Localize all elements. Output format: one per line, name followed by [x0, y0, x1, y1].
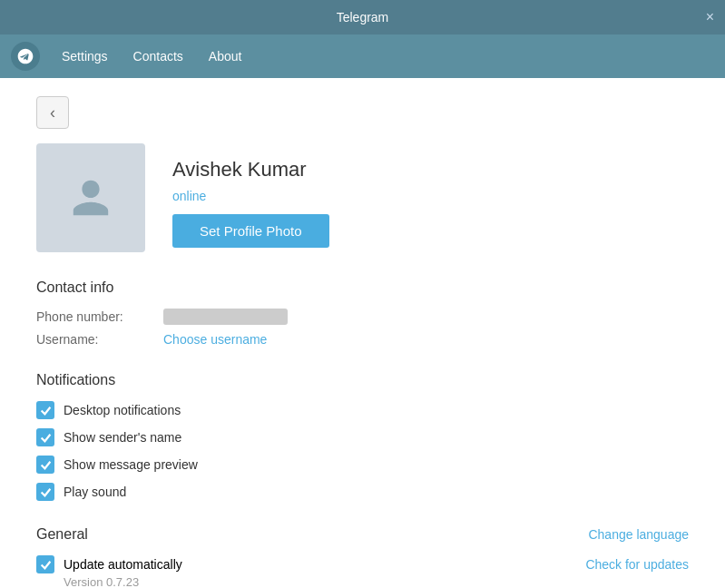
set-profile-photo-button[interactable]: Set Profile Photo	[172, 214, 329, 248]
check-for-updates-link[interactable]: Check for updates	[585, 557, 689, 572]
general-header: General Change language	[36, 526, 689, 543]
check-icon	[40, 405, 52, 416]
desktop-notifications-checkbox[interactable]	[36, 401, 54, 419]
phone-row: Phone number: +91 982 ...	[36, 309, 689, 325]
general-section: General Change language Update automatic…	[36, 526, 689, 588]
main-content: ‹ Avishek Kumar online Set Profile Photo…	[0, 78, 725, 588]
menu-item-contacts[interactable]: Contacts	[122, 44, 194, 69]
menu-item-settings[interactable]: Settings	[51, 44, 119, 69]
username-row: Username: Choose username	[36, 332, 689, 347]
app-logo	[11, 42, 40, 71]
notifications-title: Notifications	[36, 372, 689, 388]
profile-status: online	[172, 189, 329, 203]
show-message-preview-label: Show message preview	[64, 457, 198, 472]
show-sender-name-checkbox[interactable]	[36, 428, 54, 446]
show-sender-name-row: Show sender's name	[36, 428, 689, 446]
play-sound-row: Play sound	[36, 483, 689, 501]
app-title: Telegram	[337, 10, 389, 24]
update-row-left: Update automatically	[36, 555, 182, 573]
version-text: Version 0.7.23	[64, 575, 689, 588]
choose-username-link[interactable]: Choose username	[163, 332, 267, 347]
contact-info-title: Contact info	[36, 279, 689, 296]
phone-label: Phone number:	[36, 309, 163, 324]
menu-item-about[interactable]: About	[198, 44, 253, 69]
notifications-section: Notifications Desktop notifications Show…	[36, 372, 689, 501]
profile-info: Avishek Kumar online Set Profile Photo	[172, 143, 329, 248]
update-automatically-checkbox[interactable]	[36, 555, 54, 573]
check-icon	[40, 459, 52, 471]
desktop-notifications-row: Desktop notifications	[36, 401, 689, 419]
play-sound-checkbox[interactable]	[36, 483, 54, 501]
show-sender-name-label: Show sender's name	[64, 430, 181, 445]
phone-value: +91 982 ...	[163, 309, 288, 325]
avatar	[36, 143, 145, 252]
play-sound-label: Play sound	[64, 485, 126, 499]
show-message-preview-checkbox[interactable]	[36, 456, 54, 474]
update-row: Update automatically Check for updates	[36, 555, 689, 573]
title-bar: Telegram ×	[0, 0, 725, 34]
profile-section: Avishek Kumar online Set Profile Photo	[36, 143, 689, 252]
check-icon	[40, 432, 52, 444]
general-title: General	[36, 526, 88, 543]
check-icon	[40, 559, 52, 571]
profile-name: Avishek Kumar	[172, 158, 329, 181]
desktop-notifications-label: Desktop notifications	[64, 403, 181, 417]
username-label: Username:	[36, 332, 163, 347]
show-message-preview-row: Show message preview	[36, 456, 689, 474]
update-automatically-label: Update automatically	[64, 557, 182, 572]
contact-info-section: Contact info Phone number: +91 982 ... U…	[36, 279, 689, 347]
back-button[interactable]: ‹	[36, 96, 69, 129]
check-icon	[40, 486, 52, 498]
chevron-left-icon: ‹	[50, 103, 55, 122]
menu-bar: Settings Contacts About	[0, 34, 725, 78]
close-button[interactable]: ×	[706, 10, 714, 24]
change-language-link[interactable]: Change language	[588, 527, 689, 542]
